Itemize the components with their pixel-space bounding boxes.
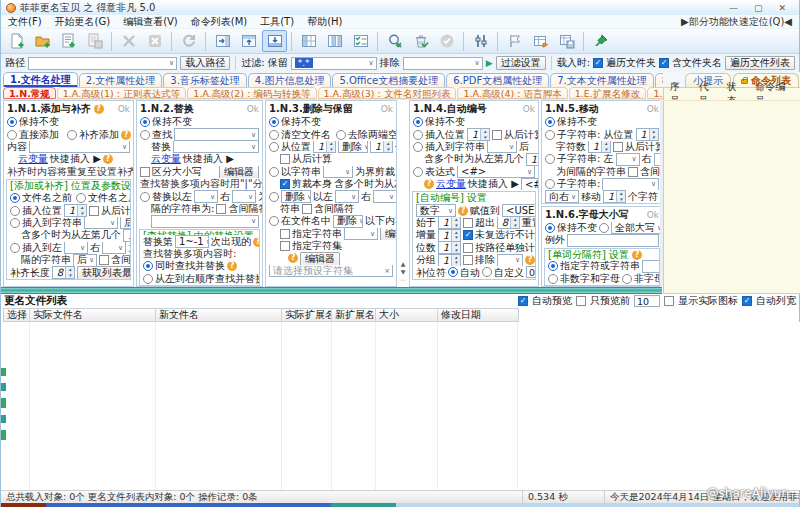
content-combo[interactable]: ∨ [29,141,130,153]
tab-music-tag[interactable]: 3.音乐标签处理 [163,73,247,87]
menu-help[interactable]: 帮助(H) [307,15,342,29]
option-add-mode[interactable]: 直接添加补齐添加? [4,128,133,140]
label[interactable]: 含间隔符 [314,203,354,215]
side-combo2[interactable]: 后∨ [73,254,97,266]
include-sep-checkbox[interactable] [99,255,109,265]
group-spinner[interactable]: 1▴▾ [438,254,461,266]
label[interactable]: 含间隔符 [228,203,262,215]
col-new-name[interactable]: 新文件名 [156,309,282,321]
option-cut-by-string[interactable]: 以字符串∨为界剪裁后面∨ [266,166,396,178]
tab-pdf-attribute[interactable]: 6.PDF文档属性处理 [446,73,549,87]
per-path-checkbox[interactable] [463,243,473,253]
overflow-spinner[interactable]: 8▴▾ [497,217,520,229]
auto-preview-label[interactable]: 自动预览 [532,294,572,308]
increment-spinner[interactable]: 1▴▾ [438,229,461,241]
cloud-var-link[interactable]: 云变量 [151,153,181,165]
option-sequential[interactable]: 从左到右顺序查找并替换 [140,273,259,285]
help-icon[interactable]: ? [103,154,113,164]
tail-combo[interactable]: <#>∨ [521,178,538,190]
add-folder-button[interactable] [30,30,55,52]
nth-combo[interactable]: 1~-1∨ [175,235,209,247]
dock-right-button[interactable] [210,30,235,52]
option-insert-to-string[interactable]: 插入到字符串∨后 [410,141,538,153]
count-spinner[interactable]: 1▴▾ [588,141,611,153]
filter-keep-combo[interactable]: *.*∨ [291,57,377,70]
remove-all-button[interactable] [142,30,167,52]
spec-string-combo[interactable]: ∨ [344,228,378,240]
option-keep-unchanged[interactable]: 保持不变 [4,116,133,128]
label[interactable]: 从后计算 [625,141,662,153]
quick-insert-label[interactable]: 快捷插入 ▶ [183,153,234,165]
radio-custom[interactable] [482,267,492,277]
between-value-combo[interactable]: ∨ [151,215,259,227]
option-non-alnum[interactable]: 非数字和字母非字母 [545,273,659,285]
option-case-mode[interactable]: 保持不变全部大写∨ [542,222,662,234]
option-substring-custom[interactable]: 子字符串:∨ [542,178,662,190]
tab-office-summary[interactable]: 5.Office文档摘要处理 [332,73,445,87]
start-spinner[interactable]: 1▴▾ [438,217,461,229]
auto-width-label[interactable]: 自动列宽 [756,294,796,308]
close-button[interactable]: ✕ [778,3,786,13]
spec-charset-row[interactable]: 指定字符集 [266,240,396,252]
option-position[interactable]: 文件名之前文件名之后 [7,192,130,204]
tab-file-attribute[interactable]: 2.文件属性处理 [79,73,163,87]
from-end-row[interactable]: 从后计算 [266,153,396,165]
label[interactable]: 含间隔符 [640,166,662,178]
real-icons-label[interactable]: 显示实际图标 [678,294,738,308]
option-replace-between[interactable]: 替换以左∨右∨为间 [137,190,262,202]
custom-pad-input[interactable]: 0 [526,266,535,278]
vertical-splitter[interactable] [660,100,663,287]
col-modified[interactable]: 修改日期 [438,309,518,321]
include-folder-names-checkbox[interactable] [659,58,669,68]
include-sep-checkbox[interactable] [628,167,638,177]
clear-trash-button[interactable] [408,30,433,52]
skip-unchecked-checkbox[interactable] [463,230,473,240]
preview-count-input[interactable]: 10 [634,295,660,307]
subtab-advanced-1[interactable]: 1.A.高级(1)：正则表达式等 [57,87,186,99]
layout-left-column-button[interactable] [296,30,321,52]
table-save-button[interactable] [554,30,579,52]
editor-button[interactable]: 编辑器 [380,228,396,240]
radio-auto[interactable] [448,267,458,277]
preview-first-checkbox[interactable] [576,296,586,306]
option-expression[interactable]: 表达式<#>∨ [410,166,538,178]
cut-self-checkbox[interactable] [280,179,290,189]
remove-button[interactable] [116,30,141,52]
new-file-button[interactable] [4,30,29,52]
option-keep-unchanged[interactable]: 保持不变 [410,116,538,128]
option-insert-pos[interactable]: 插入位置1▴▾从后计算 [7,204,130,216]
replace-combo[interactable]: ∨ [173,141,259,153]
filter-exclude-combo[interactable]: ∨ [403,57,483,70]
index-spinner[interactable]: 1▴▾ [123,229,130,241]
editor-button[interactable]: 编辑器 [219,166,259,178]
quick-locate-label[interactable]: ▶部分功能快速定位(Q)◀ [681,15,792,29]
menu-tools[interactable]: 工具(T) [260,15,294,29]
col-new-ext[interactable]: 新扩展名 [332,309,376,321]
path-combo[interactable]: ∨ [28,57,177,70]
subtab-advanced-2[interactable]: 1.A.高级(2)：编码与转换等 [187,87,316,99]
digits-spinner[interactable]: 1▴▾ [438,242,461,254]
option-simultaneous[interactable]: 同时查找并替换? [140,260,259,272]
apply-check-button[interactable] [434,30,459,52]
include-sep-checkbox[interactable] [302,204,312,214]
option-insert-pos[interactable]: 插入位置1▴▾从后计算 [410,128,538,140]
help-icon[interactable]: ? [288,253,298,263]
option-keep-unchanged[interactable]: 保持不变 [266,116,396,128]
menu-command-list[interactable]: 命令列表(M) [191,15,247,29]
help-icon[interactable]: ? [424,179,434,189]
exception-input[interactable] [567,234,659,246]
type-combo[interactable]: 数字∨ [416,204,456,216]
quick-insert-label[interactable]: 快捷插入 ▶ [468,178,519,190]
help-icon[interactable]: ? [94,104,104,114]
menu-edit-view[interactable]: 编辑查看(V) [123,15,178,29]
preview-search-button[interactable] [382,30,407,52]
option-insert-between[interactable]: 插入到左∨右∨为间 [7,242,130,254]
preset-charset-combo[interactable]: 请选择预设字符集× [269,265,393,277]
option-delete-between[interactable]: 删除∨以左∨右∨为间隔的字 [266,190,396,202]
editor-button-2[interactable]: 编辑器 [300,252,340,264]
tab-text-attribute[interactable]: 7.文本文件属性处理 [550,73,654,87]
table-edit-button[interactable] [528,30,553,52]
overflow-checkbox[interactable] [463,218,473,228]
pad-length-spinner[interactable]: 8▴▾ [52,266,75,278]
walk-file-list-button[interactable]: 遍历文件列表 [725,56,795,70]
